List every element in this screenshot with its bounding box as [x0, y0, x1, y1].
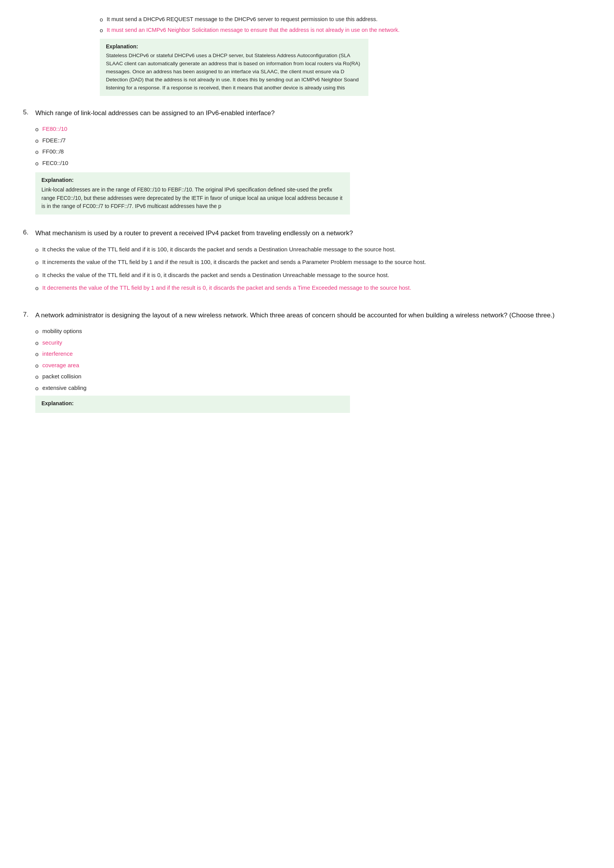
list-item: o security — [35, 338, 591, 348]
list-item: o FF00::/8 — [35, 147, 591, 157]
correct-answer-text: interference — [42, 350, 591, 358]
bullet-char: o — [35, 271, 38, 280]
list-item: o FEC0::/10 — [35, 159, 591, 168]
list-item: o extensive cabling — [35, 384, 591, 393]
question-7-block: 7. A network administrator is designing … — [23, 310, 591, 413]
question-7-text: A network administrator is designing the… — [35, 310, 591, 320]
question-6-text: What mechanism is used by a router to pr… — [35, 228, 591, 238]
bullet-char: o — [35, 384, 38, 393]
answer-text: mobility options — [42, 327, 591, 336]
question-6-number: 6. — [23, 228, 35, 236]
explanation-label: Explanation: — [41, 399, 344, 408]
bullet-char: o — [35, 159, 38, 168]
q7-explanation-block: Explanation: — [35, 396, 350, 413]
bullet-char: o — [35, 284, 38, 293]
bullet-char: o — [35, 361, 38, 370]
explanation-label: Explanation: — [41, 176, 344, 185]
question-5-header: 5. Which range of link-local addresses c… — [23, 108, 591, 215]
bullet-char: o — [35, 137, 38, 145]
question-5-number: 5. — [23, 108, 35, 116]
list-item: o FDEE::/7 — [35, 136, 591, 145]
q6-answer-list: o It checks the value of the TTL field a… — [35, 245, 591, 293]
bullet-char: o — [35, 373, 38, 381]
list-item: o packet collision — [35, 372, 591, 381]
answer-text: It increments the value of the TTL field… — [42, 258, 591, 267]
list-item: o FE80::/10 — [35, 125, 591, 134]
answer-text: FEC0::/10 — [42, 159, 591, 168]
question-6-body: What mechanism is used by a router to pr… — [35, 228, 591, 297]
list-item: o It must send an ICMPv6 Neighbor Solici… — [100, 26, 591, 35]
correct-answer-text: It must send an ICMPv6 Neighbor Solicita… — [107, 26, 591, 35]
list-item: o It checks the value of the TTL field a… — [35, 271, 591, 280]
question-7-number: 7. — [23, 310, 35, 318]
list-item: o interference — [35, 350, 591, 359]
correct-answer-text: coverage area — [42, 361, 591, 370]
list-item: o It increments the value of the TTL fie… — [35, 258, 591, 267]
list-item: o It must send a DHCPv6 REQUEST message … — [100, 15, 591, 24]
bullet-char: o — [100, 26, 103, 35]
bullet-char: o — [35, 125, 38, 134]
top-section: o It must send a DHCPv6 REQUEST message … — [23, 15, 591, 96]
correct-answer-text: security — [42, 338, 591, 347]
explanation-text: Stateless DHCPv6 or stateful DHCPv6 uses… — [106, 52, 362, 92]
question-5-block: 5. Which range of link-local addresses c… — [23, 108, 591, 215]
answer-text: extensive cabling — [42, 384, 591, 393]
answer-text: packet collision — [42, 372, 591, 381]
list-item: o It checks the value of the TTL field a… — [35, 245, 591, 254]
top-bullet-list: o It must send a DHCPv6 REQUEST message … — [100, 15, 591, 35]
bullet-char: o — [35, 339, 38, 348]
q5-explanation-block: Explanation: Link-local addresses are in… — [35, 172, 350, 215]
bullet-char: o — [35, 327, 38, 336]
answer-text: It checks the value of the TTL field and… — [42, 271, 591, 280]
q7-answer-list: o mobility options o security o interfer… — [35, 327, 591, 393]
bullet-char: o — [35, 350, 38, 359]
top-explanation-block: Explanation: Stateless DHCPv6 or statefu… — [100, 39, 368, 96]
q5-answer-list: o FE80::/10 o FDEE::/7 o FF00::/8 o FEC0… — [35, 125, 591, 168]
answer-text: It checks the value of the TTL field and… — [42, 245, 591, 254]
question-5-body: Which range of link-local addresses can … — [35, 108, 591, 215]
question-7-header: 7. A network administrator is designing … — [23, 310, 591, 413]
list-item: o mobility options — [35, 327, 591, 336]
question-7-body: A network administrator is designing the… — [35, 310, 591, 413]
question-6-block: 6. What mechanism is used by a router to… — [23, 228, 591, 297]
explanation-text: Link-local addresses are in the range of… — [41, 186, 344, 211]
answer-text: FDEE::/7 — [42, 136, 591, 145]
answer-text: FF00::/8 — [42, 147, 591, 156]
bullet-char: o — [35, 246, 38, 254]
correct-answer-text: FE80::/10 — [42, 125, 591, 134]
question-6-header: 6. What mechanism is used by a router to… — [23, 228, 591, 297]
answer-text: It must send a DHCPv6 REQUEST message to… — [107, 15, 591, 24]
correct-answer-text: It decrements the value of the TTL field… — [42, 284, 591, 292]
bullet-char: o — [35, 148, 38, 157]
explanation-label: Explanation: — [106, 43, 362, 51]
list-item: o coverage area — [35, 361, 591, 370]
question-5-text: Which range of link-local addresses can … — [35, 108, 591, 118]
bullet-char: o — [35, 258, 38, 267]
list-item: o It decrements the value of the TTL fie… — [35, 284, 591, 293]
bullet-char: o — [100, 16, 103, 24]
